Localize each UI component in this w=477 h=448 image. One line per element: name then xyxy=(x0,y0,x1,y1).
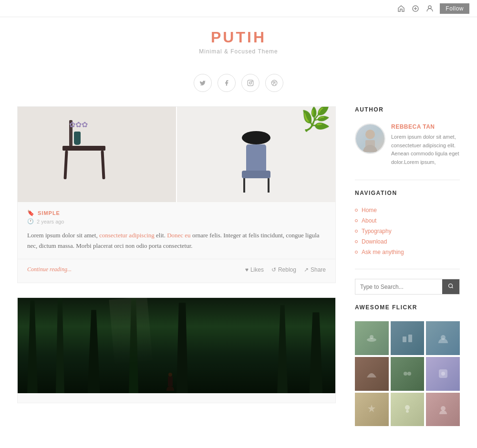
nav-item-about: About xyxy=(355,217,460,224)
svg-point-21 xyxy=(441,372,445,376)
post-images: ✿✿✿ 🌿 xyxy=(18,107,335,202)
site-tagline: Minimal & Focused Theme xyxy=(0,48,477,55)
svg-point-24 xyxy=(441,406,446,411)
search-box xyxy=(355,279,460,295)
nav-link-ask[interactable]: Ask me anything xyxy=(362,249,404,255)
post-card-1: ✿✿✿ 🌿 xyxy=(17,106,336,283)
nav-link-about[interactable]: About xyxy=(362,217,376,224)
excerpt-link-1[interactable]: consectetur adipiscing xyxy=(99,232,155,239)
svg-rect-4 xyxy=(248,80,253,86)
post-image-forest xyxy=(18,298,335,393)
author-name[interactable]: REBBECA TAN xyxy=(391,123,460,130)
bookmark-icon: 🔖 xyxy=(27,210,35,216)
flickr-thumb-4[interactable] xyxy=(355,357,389,391)
post-category: 🔖 SIMPLE xyxy=(27,210,326,216)
divider-1 xyxy=(355,180,460,180)
svg-point-22 xyxy=(405,405,410,410)
svg-rect-15 xyxy=(408,335,412,342)
svg-point-13 xyxy=(370,335,373,339)
nav-link-home[interactable]: Home xyxy=(362,207,377,214)
flickr-thumb-3[interactable] xyxy=(426,321,460,355)
flickr-thumb-9[interactable] xyxy=(426,393,460,427)
navigation-section: NAVIGATION Home About Typography Downloa… xyxy=(355,190,460,255)
user-icon[interactable] xyxy=(425,4,434,13)
dribbble-icon[interactable] xyxy=(265,74,283,92)
heart-icon: ♥ xyxy=(245,266,249,273)
flickr-thumb-7[interactable] xyxy=(355,393,389,427)
nav-bullet xyxy=(355,240,358,243)
nav-item-download: Download xyxy=(355,238,460,245)
nav-item-ask: Ask me anything xyxy=(355,249,460,255)
flickr-grid xyxy=(355,321,460,426)
reblog-icon: ↺ xyxy=(271,266,276,273)
flickr-thumb-5[interactable] xyxy=(391,357,425,391)
nav-link-download[interactable]: Download xyxy=(362,238,387,245)
svg-point-19 xyxy=(407,372,411,376)
forest-background xyxy=(18,298,335,393)
excerpt-link-2[interactable]: Donec eu xyxy=(167,232,190,239)
top-bar: Follow xyxy=(0,0,477,17)
flickr-thumb-1[interactable] xyxy=(355,321,389,355)
svg-point-18 xyxy=(404,372,407,376)
svg-line-11 xyxy=(452,287,453,288)
nav-link-typography[interactable]: Typography xyxy=(362,228,392,234)
post-card-2 xyxy=(17,297,336,403)
search-button[interactable] xyxy=(442,279,459,294)
post-meta: 🕐 2 years ago xyxy=(27,218,326,224)
flickr-thumb-2[interactable] xyxy=(391,321,425,355)
author-avatar xyxy=(355,123,385,154)
post-actions: Continue reading... ♥ Likes ↺ Reblog ↗ S… xyxy=(18,259,335,273)
svg-point-5 xyxy=(249,82,252,84)
svg-point-23 xyxy=(406,410,409,413)
author-info: REBBECA TAN Lorem ipsum dolor sit amet, … xyxy=(391,123,460,166)
post-social-actions: ♥ Likes ↺ Reblog ↗ Share xyxy=(245,266,326,273)
follow-button[interactable]: Follow xyxy=(440,3,469,14)
svg-point-9 xyxy=(365,130,375,139)
author-block: REBBECA TAN Lorem ipsum dolor sit amet, … xyxy=(355,123,460,166)
nav-item-home: Home xyxy=(355,207,460,214)
add-icon[interactable] xyxy=(411,4,420,13)
facebook-icon[interactable] xyxy=(218,74,236,92)
search-input[interactable] xyxy=(355,279,442,294)
svg-rect-14 xyxy=(403,336,406,342)
author-avatar-image xyxy=(356,124,384,153)
instagram-icon[interactable] xyxy=(241,74,259,92)
svg-point-6 xyxy=(252,81,252,81)
divider-2 xyxy=(355,269,460,269)
share-icon: ↗ xyxy=(304,266,309,273)
top-bar-icons: Follow xyxy=(397,3,469,14)
author-section: AUTHOR REBBECA TAN Lorem ipsum dolor sit xyxy=(355,106,460,166)
social-icons xyxy=(0,74,477,92)
nav-bullet xyxy=(355,251,358,254)
svg-point-10 xyxy=(449,284,453,288)
nav-bullet xyxy=(355,209,358,212)
nav-bullet xyxy=(355,219,358,222)
nav-item-typography: Typography xyxy=(355,228,460,234)
share-button[interactable]: ↗ Share xyxy=(304,266,326,273)
svg-point-3 xyxy=(428,6,431,9)
sidebar: AUTHOR REBBECA TAN Lorem ipsum dolor sit xyxy=(355,106,460,439)
post-body: 🔖 SIMPLE 🕐 2 years ago Lorem ipsum dolor… xyxy=(18,202,335,251)
navigation-list: Home About Typography Download Ask me an… xyxy=(355,207,460,255)
navigation-section-title: NAVIGATION xyxy=(355,190,460,200)
likes-button[interactable]: ♥ Likes xyxy=(245,266,264,273)
twitter-icon[interactable] xyxy=(194,74,212,92)
flickr-thumb-8[interactable] xyxy=(391,393,425,427)
flickr-section: AWESOME FLICKR xyxy=(355,304,460,426)
home-icon[interactable] xyxy=(397,4,405,13)
author-bio: Lorem ipsum dolor sit amet, consectetuer… xyxy=(391,133,460,166)
continue-reading-link[interactable]: Continue reading... xyxy=(27,266,72,273)
content-area: ✿✿✿ 🌿 xyxy=(17,106,336,439)
flickr-section-title: AWESOME FLICKR xyxy=(355,304,460,315)
main-layout: ✿✿✿ 🌿 xyxy=(10,106,467,439)
post-excerpt: Lorem ipsum dolor sit amet, consectetur … xyxy=(27,230,326,251)
flickr-thumb-6[interactable] xyxy=(426,357,460,391)
post-image-left: ✿✿✿ xyxy=(18,107,177,202)
post-image-right: 🌿 xyxy=(177,107,335,202)
site-title: PUTIH xyxy=(0,29,477,46)
nav-bullet xyxy=(355,230,358,233)
author-section-title: AUTHOR xyxy=(355,106,460,117)
clock-icon: 🕐 xyxy=(27,218,34,224)
reblog-button[interactable]: ↺ Reblog xyxy=(271,266,296,273)
